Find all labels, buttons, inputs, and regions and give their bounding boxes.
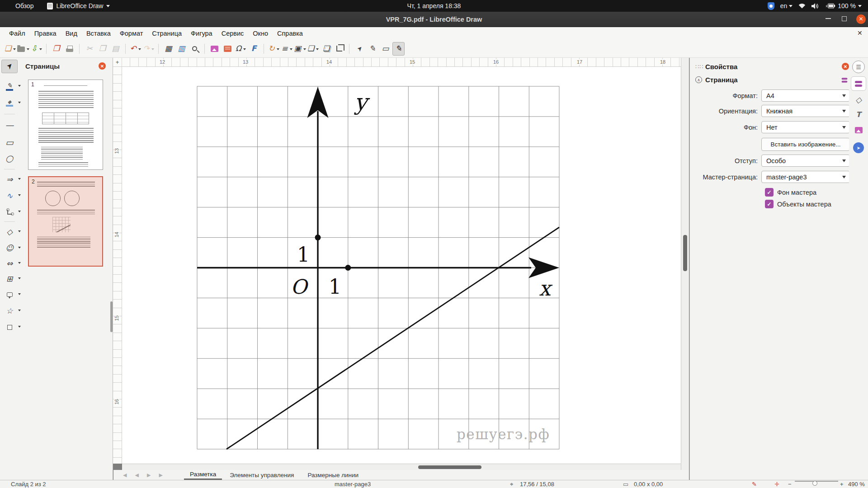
sidebar-tab-styles[interactable]: T bbox=[851, 108, 866, 122]
chevron-down-icon[interactable] bbox=[18, 247, 21, 250]
chevron-down-icon[interactable] bbox=[18, 230, 21, 234]
display-grid-button[interactable]: ▦ bbox=[162, 42, 175, 56]
chevron-down-icon[interactable] bbox=[39, 48, 42, 52]
chevron-down-icon[interactable] bbox=[18, 277, 21, 281]
page-thumbnail-2-selected[interactable]: 2 bbox=[28, 176, 103, 267]
zoom-out-button[interactable]: − bbox=[788, 481, 792, 488]
zoom-slider-thumb[interactable] bbox=[812, 481, 817, 486]
export-pdf-button[interactable]: ❐ bbox=[50, 42, 62, 56]
save-button[interactable]: ⇩ bbox=[30, 42, 42, 56]
sidebar-tab-navigator[interactable]: ➤ bbox=[851, 141, 866, 155]
vertical-scrollbar[interactable] bbox=[681, 58, 689, 470]
crop-button[interactable] bbox=[333, 42, 345, 56]
horizontal-scrollbar[interactable] bbox=[122, 464, 681, 470]
tab-layout[interactable]: Разметка bbox=[184, 470, 222, 480]
spacing-select[interactable]: Особо bbox=[761, 155, 850, 167]
tab-controls[interactable]: Элементы управления bbox=[224, 471, 300, 479]
chevron-down-icon[interactable] bbox=[18, 262, 21, 265]
special-character-button[interactable]: Ω bbox=[235, 42, 247, 56]
pages-panel-scrollbar[interactable] bbox=[110, 301, 113, 332]
close-properties-button[interactable]: ✕ bbox=[842, 63, 849, 70]
tool-callouts[interactable] bbox=[1, 288, 18, 301]
shield-icon[interactable] bbox=[768, 2, 774, 10]
wifi-icon[interactable] bbox=[798, 3, 806, 9]
minimize-button[interactable] bbox=[826, 18, 831, 19]
print-button[interactable] bbox=[63, 42, 75, 56]
close-button[interactable]: ✕ bbox=[856, 14, 866, 24]
tool-block-arrows[interactable]: ⇔ bbox=[1, 257, 18, 270]
vertical-ruler[interactable]: 13 14 15 16 bbox=[113, 67, 122, 464]
menu-edit[interactable]: Правка bbox=[30, 28, 61, 39]
chevron-down-icon[interactable] bbox=[18, 194, 21, 197]
tool-line-color[interactable]: ✎ bbox=[1, 80, 18, 93]
menu-tools[interactable]: Сервис bbox=[217, 28, 249, 39]
chevron-down-icon[interactable] bbox=[243, 48, 246, 52]
tool-insert-line[interactable]: ― bbox=[1, 118, 18, 132]
panel-drag-handle-icon[interactable]: ∷∷ bbox=[695, 63, 704, 70]
chevron-down-icon[interactable] bbox=[27, 48, 29, 52]
menu-view[interactable]: Вид bbox=[61, 28, 82, 39]
horizontal-ruler[interactable]: 12 13 14 15 16 17 18 bbox=[122, 58, 681, 67]
first-page-button[interactable]: ◀ bbox=[120, 472, 130, 478]
edit-points-button[interactable]: ✎ bbox=[366, 42, 378, 56]
zoom-fit-icon[interactable]: ✛ bbox=[774, 481, 779, 488]
previous-page-button[interactable]: ◀ bbox=[132, 472, 142, 478]
snap-guides-button[interactable]: ▥ bbox=[175, 42, 188, 56]
document-canvas[interactable]: y x O 1 1 решуегэ.рф bbox=[122, 67, 681, 464]
next-page-button[interactable]: ▶ bbox=[144, 472, 154, 478]
last-page-button[interactable]: ▶ bbox=[156, 472, 165, 478]
zoom-button[interactable] bbox=[189, 42, 201, 56]
shadow-button[interactable]: ❏ bbox=[320, 42, 332, 56]
insert-image-button[interactable] bbox=[208, 42, 221, 56]
chevron-down-icon[interactable] bbox=[18, 102, 21, 105]
menu-page[interactable]: Страница bbox=[147, 28, 186, 39]
menu-format[interactable]: Формат bbox=[115, 28, 148, 39]
page-thumbnail-1[interactable]: 1 bbox=[28, 80, 103, 170]
tool-select[interactable]: ➤ bbox=[1, 60, 18, 73]
unsaved-changes-icon[interactable]: ✎ bbox=[752, 481, 757, 488]
restore-button[interactable] bbox=[842, 16, 847, 21]
fontwork-button[interactable]: F bbox=[248, 42, 260, 56]
chevron-down-icon[interactable] bbox=[18, 310, 21, 313]
master-background-checkbox[interactable]: ✓ bbox=[765, 188, 774, 197]
sidebar-tab-gallery[interactable] bbox=[851, 123, 866, 137]
collapse-section-icon[interactable]: ∧ bbox=[695, 76, 702, 83]
transformations-button[interactable]: ↻ bbox=[268, 42, 280, 56]
window-titlebar[interactable]: VPR_7G.pdf - LibreOffice Draw ✕ bbox=[0, 12, 868, 27]
chevron-down-icon[interactable] bbox=[18, 178, 21, 181]
tool-3d-objects[interactable] bbox=[1, 320, 18, 334]
zoom-percent[interactable]: 490 % bbox=[848, 481, 865, 488]
app-menu-button[interactable]: LibreOffice Draw bbox=[47, 2, 110, 9]
chevron-down-icon[interactable] bbox=[277, 48, 279, 52]
chevron-down-icon[interactable] bbox=[18, 293, 21, 296]
chevron-down-icon[interactable] bbox=[316, 48, 319, 52]
menu-help[interactable]: Справка bbox=[273, 28, 307, 39]
sidebar-menu-button[interactable]: ☰ bbox=[852, 61, 865, 73]
tool-ellipse[interactable]: ◯ bbox=[1, 152, 18, 165]
orientation-select[interactable]: Книжная bbox=[761, 105, 850, 117]
select-tool-button[interactable]: ➤ bbox=[353, 42, 365, 56]
close-document-icon[interactable]: ✕ bbox=[857, 29, 863, 37]
sidebar-tab-properties[interactable] bbox=[851, 76, 866, 91]
master-objects-checkbox[interactable]: ✓ bbox=[765, 200, 774, 208]
tool-basic-shapes[interactable]: ◇ bbox=[1, 225, 18, 239]
ruler-origin-button[interactable]: + bbox=[113, 58, 122, 67]
volume-icon[interactable] bbox=[811, 3, 819, 9]
tool-flowchart[interactable]: ⊞ bbox=[1, 272, 18, 286]
insert-textbox-button[interactable] bbox=[222, 42, 234, 56]
new-document-button[interactable]: ❏ bbox=[4, 42, 16, 56]
tool-fill-color[interactable]: ◆ bbox=[1, 96, 18, 110]
bring-to-front-button[interactable]: ❏ bbox=[307, 42, 319, 56]
more-options-icon[interactable] bbox=[842, 78, 848, 82]
zoom-in-button[interactable]: + bbox=[840, 481, 844, 488]
align-objects-button[interactable]: ≡ bbox=[281, 42, 293, 56]
menu-shape[interactable]: Фигура bbox=[186, 28, 217, 39]
chevron-down-icon[interactable] bbox=[138, 48, 141, 52]
input-language-indicator[interactable]: en bbox=[780, 2, 793, 9]
menu-insert[interactable]: Вставка bbox=[82, 28, 115, 39]
chevron-down-icon[interactable] bbox=[18, 326, 21, 329]
tool-stars[interactable]: ☆ bbox=[1, 304, 18, 318]
form-controls-button[interactable]: ▭ bbox=[379, 42, 392, 56]
sidebar-tab-shapes[interactable]: ◇ bbox=[851, 93, 866, 107]
background-select[interactable]: Нет bbox=[761, 121, 850, 133]
